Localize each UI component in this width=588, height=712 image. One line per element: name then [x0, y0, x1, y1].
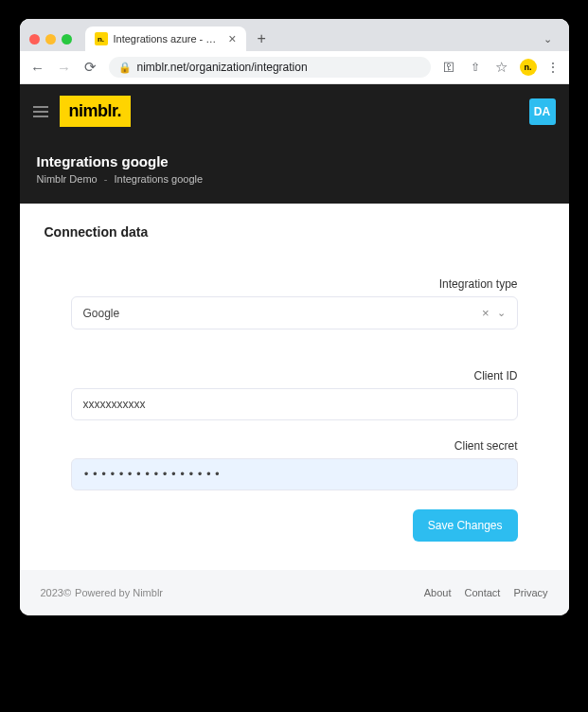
tab-strip: n. Integrations azure - Nimblr Se × + ⌄ [20, 19, 569, 51]
toolbar-right: ⚿ ⇧ ☆ n. ⋮ [440, 59, 560, 76]
field-integration-type: Integration type Google × ⌄ [71, 277, 518, 329]
address-bar[interactable]: 🔒 nimblr.net/organization/integration [109, 57, 431, 78]
footer-about-link[interactable]: About [424, 587, 452, 598]
clear-icon[interactable]: × [482, 306, 490, 320]
back-button[interactable]: ← [29, 60, 46, 76]
tab-close-icon[interactable]: × [228, 32, 236, 45]
footer-links: About Contact Privacy [424, 587, 548, 598]
client-id-label: Client ID [71, 369, 518, 383]
star-icon[interactable]: ☆ [493, 59, 510, 76]
window-controls [29, 34, 72, 44]
footer-contact-link[interactable]: Contact [465, 587, 501, 598]
client-secret-input[interactable] [71, 458, 518, 490]
page-title: Integrations google [37, 153, 552, 169]
app-root: nimblr. DA Integrations google Nimblr De… [20, 84, 569, 615]
maximize-window-icon[interactable] [62, 34, 72, 44]
forward-button[interactable]: → [56, 60, 73, 76]
minimize-window-icon[interactable] [45, 34, 56, 44]
field-client-id: Client ID [71, 369, 518, 420]
menu-button[interactable] [33, 106, 48, 117]
browser-tab[interactable]: n. Integrations azure - Nimblr Se × [85, 27, 246, 51]
browser-menu-icon[interactable]: ⋮ [546, 60, 560, 75]
tabs-menu-icon[interactable]: ⌄ [536, 33, 560, 45]
tab-title: Integrations azure - Nimblr Se [114, 33, 223, 44]
tab-favicon: n. [95, 32, 108, 45]
client-id-input[interactable] [71, 388, 518, 420]
share-icon[interactable]: ⇧ [467, 61, 484, 74]
app-topbar: nimblr. DA [20, 84, 569, 138]
breadcrumb: Nimblr Demo - Integrations google [37, 173, 552, 185]
form-actions: Save Changes [71, 509, 518, 542]
integration-type-value: Google [83, 307, 482, 320]
content-card: Connection data Integration type Google … [20, 204, 569, 570]
form: Integration type Google × ⌄ Client ID Cl… [45, 277, 544, 542]
profile-avatar[interactable]: n. [520, 59, 537, 76]
browser-window: n. Integrations azure - Nimblr Se × + ⌄ … [20, 19, 569, 615]
lock-icon: 🔒 [118, 62, 132, 74]
breadcrumb-current: Integrations google [114, 173, 203, 185]
breadcrumb-org[interactable]: Nimblr Demo [37, 173, 98, 185]
toolbar: ← → ⟳ 🔒 nimblr.net/organization/integrat… [20, 51, 569, 84]
browser-chrome: n. Integrations azure - Nimblr Se × + ⌄ … [20, 19, 569, 84]
client-secret-label: Client secret [71, 439, 518, 453]
integration-type-select[interactable]: Google × ⌄ [71, 296, 518, 329]
footer: 2023© Powered by Nimblr About Contact Pr… [20, 570, 569, 615]
url-text: nimblr.net/organization/integration [137, 61, 308, 74]
app-logo[interactable]: nimblr. [60, 96, 132, 127]
new-tab-button[interactable]: + [254, 30, 270, 47]
section-title: Connection data [45, 224, 544, 240]
save-button[interactable]: Save Changes [413, 509, 518, 542]
reload-button[interactable]: ⟳ [82, 59, 99, 76]
page-header: Integrations google Nimblr Demo - Integr… [20, 138, 569, 204]
user-avatar[interactable]: DA [529, 98, 556, 125]
footer-powered: Powered by Nimblr [75, 587, 163, 598]
integration-type-label: Integration type [71, 277, 518, 291]
chevron-down-icon[interactable]: ⌄ [497, 307, 506, 319]
footer-privacy-link[interactable]: Privacy [513, 587, 547, 598]
breadcrumb-separator: - [104, 173, 108, 185]
footer-left: 2023© Powered by Nimblr [41, 587, 164, 598]
close-window-icon[interactable] [29, 34, 40, 44]
key-icon[interactable]: ⚿ [440, 61, 457, 74]
footer-year: 2023© [41, 587, 72, 598]
field-client-secret: Client secret [71, 439, 518, 490]
